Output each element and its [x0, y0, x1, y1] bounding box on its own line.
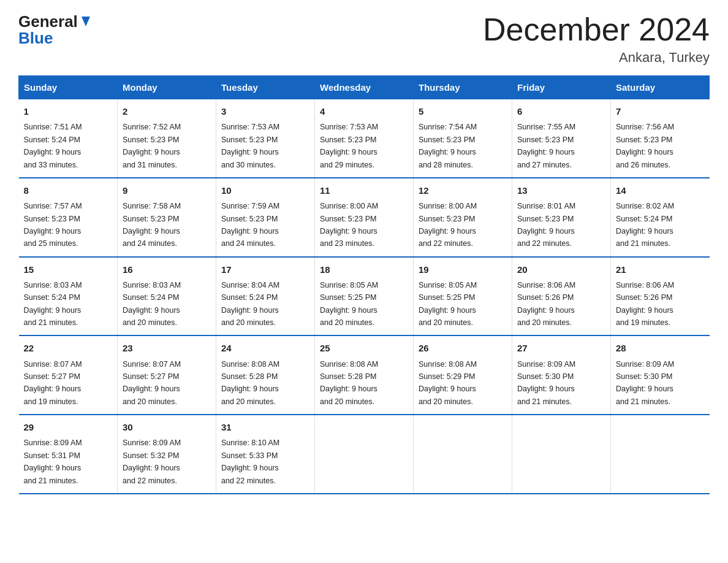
day-number: 10 — [221, 183, 309, 197]
day-info: Sunrise: 8:03 AMSunset: 5:24 PMDaylight:… — [123, 281, 181, 327]
calendar-cell — [512, 415, 611, 494]
page-header: General Blue December 2024 Ankara, Turke… — [18, 12, 710, 66]
logo-arrow-icon — [79, 15, 93, 29]
day-number: 16 — [123, 262, 211, 277]
day-number: 31 — [221, 420, 309, 434]
location: Ankara, Turkey — [483, 50, 710, 66]
day-number: 8 — [24, 183, 113, 197]
day-number: 26 — [419, 341, 507, 355]
day-info: Sunrise: 8:08 AMSunset: 5:28 PMDaylight:… — [320, 360, 378, 406]
calendar-cell: 20 Sunrise: 8:06 AMSunset: 5:26 PMDaylig… — [512, 257, 611, 336]
calendar-cell: 25 Sunrise: 8:08 AMSunset: 5:28 PMDaylig… — [315, 335, 414, 415]
col-saturday: Saturday — [611, 76, 710, 99]
calendar-cell: 10 Sunrise: 7:59 AMSunset: 5:23 PMDaylig… — [216, 178, 315, 257]
calendar-cell: 5 Sunrise: 7:54 AMSunset: 5:23 PMDayligh… — [414, 99, 512, 178]
day-info: Sunrise: 7:53 AMSunset: 5:23 PMDaylight:… — [320, 123, 378, 169]
calendar-cell: 22 Sunrise: 8:07 AMSunset: 5:27 PMDaylig… — [19, 335, 118, 415]
day-number: 22 — [24, 341, 113, 355]
calendar-cell: 7 Sunrise: 7:56 AMSunset: 5:23 PMDayligh… — [611, 99, 710, 178]
day-info: Sunrise: 8:01 AMSunset: 5:23 PMDaylight:… — [517, 202, 575, 248]
day-number: 3 — [221, 104, 309, 118]
logo: General Blue — [18, 12, 93, 48]
month-title: December 2024 — [483, 12, 710, 47]
day-info: Sunrise: 7:54 AMSunset: 5:23 PMDaylight:… — [419, 123, 477, 169]
day-number: 13 — [517, 183, 605, 197]
day-number: 30 — [123, 420, 211, 434]
day-info: Sunrise: 8:06 AMSunset: 5:26 PMDaylight:… — [616, 281, 674, 327]
calendar-cell: 1 Sunrise: 7:51 AMSunset: 5:24 PMDayligh… — [19, 99, 118, 178]
day-number: 24 — [221, 341, 309, 355]
day-number: 1 — [24, 104, 113, 118]
svg-marker-0 — [82, 17, 90, 26]
calendar-cell — [315, 415, 414, 494]
calendar-cell: 3 Sunrise: 7:53 AMSunset: 5:23 PMDayligh… — [216, 99, 315, 178]
day-number: 5 — [419, 104, 507, 118]
calendar-cell: 12 Sunrise: 8:00 AMSunset: 5:23 PMDaylig… — [414, 178, 512, 257]
day-number: 7 — [616, 104, 705, 118]
day-number: 15 — [24, 262, 113, 277]
calendar-week-5: 29 Sunrise: 8:09 AMSunset: 5:31 PMDaylig… — [19, 415, 710, 494]
col-tuesday: Tuesday — [216, 76, 315, 99]
day-info: Sunrise: 8:02 AMSunset: 5:24 PMDaylight:… — [616, 202, 674, 248]
calendar-cell: 28 Sunrise: 8:09 AMSunset: 5:30 PMDaylig… — [611, 335, 710, 415]
day-info: Sunrise: 8:09 AMSunset: 5:31 PMDaylight:… — [24, 439, 82, 484]
calendar-week-2: 8 Sunrise: 7:57 AMSunset: 5:23 PMDayligh… — [19, 178, 710, 257]
calendar-cell: 11 Sunrise: 8:00 AMSunset: 5:23 PMDaylig… — [315, 178, 414, 257]
day-info: Sunrise: 8:06 AMSunset: 5:26 PMDaylight:… — [517, 281, 575, 327]
calendar-week-4: 22 Sunrise: 8:07 AMSunset: 5:27 PMDaylig… — [19, 335, 710, 415]
day-number: 23 — [123, 341, 211, 355]
day-number: 11 — [320, 183, 408, 197]
day-info: Sunrise: 7:56 AMSunset: 5:23 PMDaylight:… — [616, 123, 674, 169]
day-info: Sunrise: 7:52 AMSunset: 5:23 PMDaylight:… — [123, 123, 181, 169]
day-number: 18 — [320, 262, 408, 277]
day-info: Sunrise: 8:07 AMSunset: 5:27 PMDaylight:… — [24, 360, 82, 406]
day-info: Sunrise: 8:05 AMSunset: 5:25 PMDaylight:… — [419, 281, 477, 327]
day-number: 28 — [616, 341, 705, 355]
day-info: Sunrise: 8:05 AMSunset: 5:25 PMDaylight:… — [320, 281, 378, 327]
day-info: Sunrise: 7:53 AMSunset: 5:23 PMDaylight:… — [221, 123, 279, 169]
day-info: Sunrise: 8:00 AMSunset: 5:23 PMDaylight:… — [320, 202, 378, 248]
title-block: December 2024 Ankara, Turkey — [483, 12, 710, 66]
col-monday: Monday — [118, 76, 216, 99]
day-info: Sunrise: 8:03 AMSunset: 5:24 PMDaylight:… — [24, 281, 82, 327]
day-number: 17 — [221, 262, 309, 277]
day-info: Sunrise: 8:07 AMSunset: 5:27 PMDaylight:… — [123, 360, 181, 406]
col-sunday: Sunday — [19, 76, 118, 99]
day-number: 20 — [517, 262, 605, 277]
day-info: Sunrise: 8:08 AMSunset: 5:29 PMDaylight:… — [419, 360, 477, 406]
day-number: 12 — [419, 183, 507, 197]
calendar-cell: 15 Sunrise: 8:03 AMSunset: 5:24 PMDaylig… — [19, 257, 118, 336]
calendar-table: Sunday Monday Tuesday Wednesday Thursday… — [18, 75, 710, 494]
calendar-cell: 6 Sunrise: 7:55 AMSunset: 5:23 PMDayligh… — [512, 99, 611, 178]
day-number: 21 — [616, 262, 705, 277]
day-info: Sunrise: 8:10 AMSunset: 5:33 PMDaylight:… — [221, 439, 279, 484]
calendar-cell: 29 Sunrise: 8:09 AMSunset: 5:31 PMDaylig… — [19, 415, 118, 494]
col-wednesday: Wednesday — [315, 76, 414, 99]
day-number: 6 — [517, 104, 605, 118]
calendar-cell: 4 Sunrise: 7:53 AMSunset: 5:23 PMDayligh… — [315, 99, 414, 178]
calendar-cell: 9 Sunrise: 7:58 AMSunset: 5:23 PMDayligh… — [118, 178, 216, 257]
day-number: 19 — [419, 262, 507, 277]
calendar-cell: 26 Sunrise: 8:08 AMSunset: 5:29 PMDaylig… — [414, 335, 512, 415]
calendar-week-3: 15 Sunrise: 8:03 AMSunset: 5:24 PMDaylig… — [19, 257, 710, 336]
calendar-cell: 16 Sunrise: 8:03 AMSunset: 5:24 PMDaylig… — [118, 257, 216, 336]
calendar-cell: 23 Sunrise: 8:07 AMSunset: 5:27 PMDaylig… — [118, 335, 216, 415]
col-friday: Friday — [512, 76, 611, 99]
calendar-body: 1 Sunrise: 7:51 AMSunset: 5:24 PMDayligh… — [19, 99, 710, 494]
day-number: 14 — [616, 183, 705, 197]
day-info: Sunrise: 8:00 AMSunset: 5:23 PMDaylight:… — [419, 202, 477, 248]
calendar-cell: 8 Sunrise: 7:57 AMSunset: 5:23 PMDayligh… — [19, 178, 118, 257]
calendar-cell: 19 Sunrise: 8:05 AMSunset: 5:25 PMDaylig… — [414, 257, 512, 336]
day-info: Sunrise: 8:09 AMSunset: 5:30 PMDaylight:… — [517, 360, 575, 406]
calendar-cell: 24 Sunrise: 8:08 AMSunset: 5:28 PMDaylig… — [216, 335, 315, 415]
day-number: 4 — [320, 104, 408, 118]
col-thursday: Thursday — [414, 76, 512, 99]
logo-blue: Blue — [18, 29, 53, 48]
header-row: Sunday Monday Tuesday Wednesday Thursday… — [19, 76, 710, 99]
calendar-cell: 31 Sunrise: 8:10 AMSunset: 5:33 PMDaylig… — [216, 415, 315, 494]
calendar-cell: 13 Sunrise: 8:01 AMSunset: 5:23 PMDaylig… — [512, 178, 611, 257]
day-info: Sunrise: 7:57 AMSunset: 5:23 PMDaylight:… — [24, 202, 82, 248]
day-number: 2 — [123, 104, 211, 118]
day-info: Sunrise: 8:09 AMSunset: 5:30 PMDaylight:… — [616, 360, 674, 406]
day-number: 9 — [123, 183, 211, 197]
